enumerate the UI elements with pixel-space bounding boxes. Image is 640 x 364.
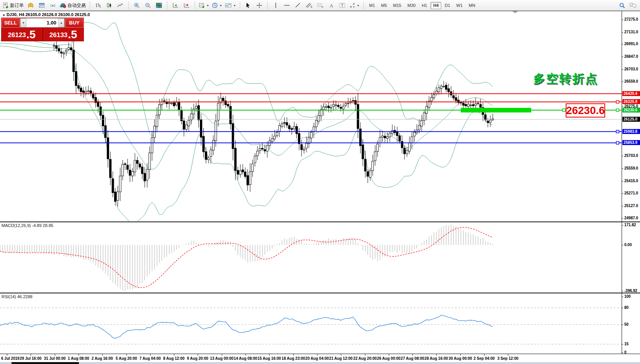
line-chart-button[interactable] [115, 1, 126, 10]
zoom-in-icon [134, 2, 140, 9]
new-order-button[interactable]: 新订单 [2, 1, 25, 10]
axis-tick [622, 82, 623, 82]
sell-price-int: 26123 [8, 31, 26, 40]
main-macd-separator[interactable] [0, 221, 640, 222]
trendline-button[interactable] [293, 1, 303, 10]
equidistant-channel-icon: E [306, 2, 313, 8]
fibonacci-icon: F [317, 2, 324, 8]
axis-tick [622, 57, 623, 57]
time-tick [150, 354, 151, 356]
level-marker[interactable] [616, 109, 619, 111]
axis-tick [622, 225, 623, 225]
level-marker[interactable] [616, 101, 619, 103]
price-callout-box[interactable]: 26230.6 [566, 103, 605, 118]
highlight-bar[interactable] [461, 108, 531, 113]
axis-tick-label: 26991.0 [624, 42, 638, 46]
time-label: 9 Aug 20:00 [187, 356, 208, 361]
period-button[interactable]: ▼ [211, 1, 223, 10]
sell-button[interactable]: SELL [2, 18, 20, 28]
trendline-icon [295, 2, 301, 8]
auto-scroll-button[interactable] [170, 1, 181, 10]
search-button[interactable] [617, 1, 627, 10]
text-button[interactable]: A [326, 1, 337, 10]
axis-tick-label: 25703.0 [624, 153, 638, 158]
level-marker[interactable] [616, 142, 619, 144]
rsi-panel-canvas[interactable] [0, 294, 622, 354]
axis-tick-label: 25559.0 [624, 166, 638, 170]
chart-window-button[interactable] [36, 1, 47, 10]
symbol-header: ▲DJ30, H4 26105.0 26126.0 26100.0 26125.… [2, 12, 90, 17]
svg-text:T: T [341, 3, 344, 8]
vertical-line-button[interactable] [270, 1, 281, 10]
new-order-label: 新订单 [10, 2, 24, 9]
timeframe-m1[interactable]: M1 [367, 2, 378, 9]
chart-shift-marker[interactable] [512, 11, 518, 13]
zoom-in-button[interactable] [131, 1, 142, 10]
vertical-line-icon [273, 2, 278, 8]
dropdown-arrow-icon: ▼ [219, 4, 222, 7]
volume-value[interactable]: 1.00 [26, 18, 58, 27]
axis-tick [622, 44, 623, 44]
axis-tick-label: 26847.0 [624, 54, 638, 59]
signal-button[interactable] [47, 1, 58, 10]
candlestick-series [53, 39, 494, 206]
fibonacci-button[interactable]: F [315, 1, 326, 10]
book-icon [28, 2, 34, 8]
new-chart-button[interactable]: ▼ [198, 1, 210, 10]
equidistant-channel-button[interactable]: E [304, 1, 314, 10]
crosshair-button[interactable] [254, 1, 265, 10]
time-label: 2 Sep 04:00 [473, 356, 494, 361]
timeframe-m5[interactable]: M5 [378, 2, 390, 9]
zoom-out-button[interactable] [142, 1, 153, 10]
chart-shift-button[interactable] [181, 1, 192, 10]
timeframe-h4[interactable]: H4 [430, 2, 441, 9]
time-label: 8 Aug 12:00 [163, 356, 185, 361]
arrows-button[interactable]: ▼ [348, 1, 361, 10]
main-chart-canvas[interactable] [0, 11, 622, 221]
bar-chart-icon [95, 2, 101, 8]
timeframe-m30[interactable]: M30 [405, 2, 418, 9]
chart-window-icon [39, 2, 45, 8]
timeframe-m15[interactable]: M15 [390, 2, 404, 9]
chat-button[interactable] [628, 1, 638, 10]
volume-down-button[interactable]: ▼ [20, 18, 26, 27]
timeframe-mn[interactable]: MN [466, 2, 478, 9]
time-label: 18 Aug 23:00 [282, 356, 305, 361]
level-marker[interactable] [616, 130, 619, 133]
time-tick [484, 354, 485, 356]
tile-windows-button[interactable] [154, 1, 164, 10]
time-tick [174, 354, 174, 356]
market-watch-button[interactable] [25, 1, 36, 10]
macd-panel-canvas[interactable] [0, 222, 622, 292]
axis-tick-label: 100 [624, 294, 631, 299]
sell-price[interactable]: 26123 .5 [2, 28, 42, 41]
timeframe-w1[interactable]: W1 [453, 2, 465, 9]
volume-up-button[interactable]: ▲ [58, 18, 64, 27]
candlestick-button[interactable] [104, 1, 115, 10]
bar-chart-button[interactable] [93, 1, 103, 10]
time-tick [508, 354, 508, 356]
macd-rsi-separator[interactable] [0, 292, 640, 293]
cursor-button[interactable] [243, 1, 254, 10]
time-tick [102, 354, 103, 356]
time-tick [222, 354, 222, 356]
axis-tick [622, 308, 623, 308]
horizontal-line-button[interactable] [282, 1, 292, 10]
time-tick [293, 354, 294, 356]
axis-tick [622, 156, 623, 156]
timeframe-d1[interactable]: D1 [442, 2, 453, 9]
toolbar-separator [240, 2, 241, 9]
turning-point-annotation[interactable]: 多空转折点 [533, 71, 598, 87]
template-button[interactable]: ▼ [224, 1, 237, 10]
axis-tick [622, 297, 623, 297]
crosshair-icon [256, 2, 262, 8]
text-label-button[interactable]: T [337, 1, 348, 10]
buy-button[interactable]: BUY [65, 18, 83, 28]
timeframe-h1[interactable]: H1 [419, 2, 430, 9]
callout-anchor-marker[interactable] [563, 109, 565, 111]
buy-price[interactable]: 26133 .5 [43, 28, 84, 41]
price-tag-26125.0: 26125.0 [622, 117, 640, 122]
auto-trading-button[interactable]: 自动交易 [59, 1, 87, 10]
dropdown-arrow-icon: ▼ [233, 4, 236, 7]
axis-tick-label: 0 [624, 350, 627, 354]
